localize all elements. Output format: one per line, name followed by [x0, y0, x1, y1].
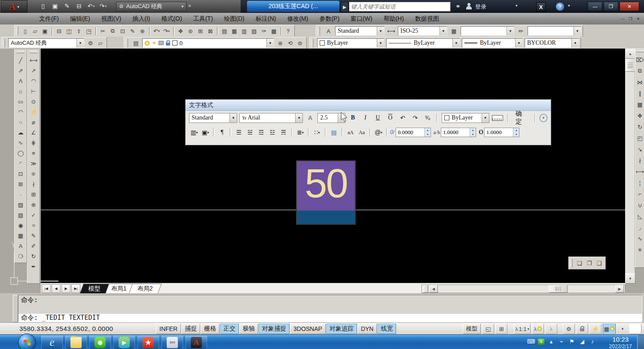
erase-icon[interactable]: ⌦: [636, 54, 644, 65]
distribute-text-icon[interactable]: ☴: [278, 127, 289, 138]
move-icon[interactable]: ✥: [636, 110, 644, 121]
lowercase-button[interactable]: Aa: [357, 127, 367, 138]
scrollbar-splitter[interactable]: [423, 285, 428, 293]
kingsoft-icon[interactable]: ★: [137, 335, 159, 349]
horizontal-scrollbar[interactable]: ◀ ▶: [421, 285, 625, 293]
status-toggle-button[interactable]: INFER: [156, 324, 181, 334]
autocad-taskbar-icon[interactable]: A: [186, 335, 207, 349]
copy-icon[interactable]: ⧉: [108, 26, 118, 36]
chevron-down-icon[interactable]: ▼: [440, 27, 447, 35]
toolbar-grip[interactable]: [30, 51, 37, 53]
plot-style-dropdown[interactable]: BYCOLOR ▼: [525, 38, 579, 48]
ellipse-arc-icon[interactable]: ◜: [16, 158, 25, 168]
start-button[interactable]: [18, 334, 36, 349]
circle-icon[interactable]: ○: [16, 117, 25, 127]
power-plug-icon[interactable]: ⌁: [557, 338, 566, 345]
pan-icon[interactable]: ✥: [176, 26, 186, 36]
continue-dimension-icon[interactable]: ≫: [29, 158, 38, 168]
break-at-point-icon[interactable]: ¦: [636, 177, 644, 188]
join-icon[interactable]: ∪: [636, 199, 644, 211]
chevron-down-icon[interactable]: ▼: [574, 27, 581, 35]
justify-text-icon[interactable]: ☳: [267, 127, 278, 138]
chevron-down-icon[interactable]: ▼: [452, 39, 460, 47]
signin-arrow-icon[interactable]: ▾: [516, 3, 518, 8]
dimension-edit-icon[interactable]: ✎: [29, 230, 38, 241]
layer-properties-icon[interactable]: ▤: [131, 38, 141, 48]
isolate-objects-button[interactable]: ▩: [603, 324, 616, 334]
network-icon[interactable]: ◢: [578, 338, 586, 345]
toolbar-grip[interactable]: [125, 39, 128, 47]
construction-line-icon[interactable]: ⇗: [16, 65, 25, 76]
explode-icon[interactable]: ✳: [636, 244, 644, 255]
vertical-scroll-thumb[interactable]: [625, 59, 635, 72]
extend-icon[interactable]: ⟼: [636, 166, 644, 177]
ime-keyboard-icon[interactable]: ⌨: [527, 338, 535, 345]
object-color-dropdown[interactable]: ByLayer ▼: [317, 38, 385, 48]
numbering-button[interactable]: ∷▾: [312, 127, 322, 138]
menu-item[interactable]: 修改(M): [281, 13, 314, 24]
text-style-icon[interactable]: A: [324, 26, 333, 36]
mtext-icon[interactable]: A: [16, 241, 25, 251]
toolbar-grip[interactable]: [16, 27, 18, 35]
quickcalc-icon[interactable]: ▩: [269, 26, 279, 36]
export-dwf-icon[interactable]: ◳: [84, 26, 94, 36]
status-toggle-button[interactable]: 栅格: [201, 324, 220, 334]
undo-icon[interactable]: ↶: [152, 26, 162, 36]
spinner-arrows[interactable]: ▲▼: [470, 128, 476, 137]
block-editor-icon[interactable]: ⊕: [137, 26, 147, 36]
menu-item[interactable]: 格式(O): [156, 13, 187, 24]
paragraph-button[interactable]: ¶: [217, 127, 227, 138]
match-properties-icon[interactable]: ✎: [128, 26, 137, 36]
radius-dimension-icon[interactable]: ⊙: [29, 96, 38, 107]
scroll-up-button[interactable]: ▲: [625, 49, 635, 59]
dialog-titlebar[interactable]: 文字格式: [186, 100, 551, 111]
text-style-dropdown[interactable]: Standard ▼: [335, 26, 385, 36]
array-icon[interactable]: ▦: [636, 99, 644, 110]
layer-dropdown[interactable]: ☀ 0 ▼: [142, 38, 274, 48]
revision-cloud-icon[interactable]: ☁: [16, 127, 25, 138]
annotation-autoscale-icon[interactable]: λ: [545, 324, 557, 334]
status-toggle-button[interactable]: 正交: [220, 324, 239, 334]
clean-screen-button[interactable]: [629, 324, 641, 334]
cell-value[interactable]: 50: [297, 161, 355, 211]
screen-recorder-icon[interactable]: ◉: [89, 335, 111, 349]
rectangle-icon[interactable]: ▭: [16, 96, 25, 107]
menu-item[interactable]: 窗口(W): [345, 13, 378, 24]
lineweight-dropdown[interactable]: ByLayer ▼: [462, 38, 523, 48]
tolerance-icon[interactable]: ⊞: [29, 189, 38, 199]
plot-preview-icon[interactable]: ◫: [64, 26, 74, 36]
diameter-dimension-icon[interactable]: ⌀: [29, 117, 38, 127]
volume-icon[interactable]: ♪: [588, 338, 597, 345]
save-icon[interactable]: ▣: [40, 26, 50, 36]
status-toggle-button[interactable]: 捕捉: [181, 324, 200, 334]
chevron-down-icon[interactable]: ▼: [507, 27, 514, 35]
jogged-linear-icon[interactable]: ≈: [29, 220, 38, 230]
scroll-right-button[interactable]: ▶: [615, 285, 624, 293]
zoom-previous-icon[interactable]: ⊠: [205, 26, 215, 36]
toolbar-grip[interactable]: [311, 39, 314, 47]
rotate-icon[interactable]: ↻: [636, 121, 644, 132]
explorer-icon[interactable]: [65, 335, 87, 349]
layer-freeze-sun-icon[interactable]: ☀: [152, 40, 156, 46]
ok-button[interactable]: 确定: [513, 113, 531, 123]
menu-item[interactable]: 绘图(D): [219, 13, 250, 24]
minimize-button[interactable]: —: [588, 2, 602, 11]
tray-expand-icon[interactable]: ▴: [547, 338, 555, 345]
toolbar-grip[interactable]: [17, 51, 24, 53]
oblique-angle-stepper[interactable]: 0.0000 ▲▼: [396, 128, 431, 137]
table-icon[interactable]: ▦: [16, 230, 25, 241]
horizontal-scroll-thumb[interactable]: [549, 285, 568, 293]
align-right-icon[interactable]: ☲: [256, 127, 266, 138]
columns-button[interactable]: ▥▾: [189, 127, 199, 138]
make-block-icon[interactable]: ⊞: [16, 179, 25, 189]
menu-item[interactable]: 标注(N): [250, 13, 281, 24]
help-icon[interactable]: ?: [283, 26, 293, 36]
table-style-icon[interactable]: ▦: [449, 26, 459, 36]
spline-icon[interactable]: ∿: [16, 138, 25, 148]
polyline-icon[interactable]: Λ: [16, 76, 25, 86]
options-menu-button[interactable]: ▾: [540, 114, 547, 122]
help-arrow-icon[interactable]: ▾: [568, 3, 570, 8]
layout-tab[interactable]: 布局2: [129, 284, 162, 294]
baseline-dimension-icon[interactable]: ≡: [29, 148, 38, 158]
align-center-icon[interactable]: ☱: [245, 127, 255, 138]
